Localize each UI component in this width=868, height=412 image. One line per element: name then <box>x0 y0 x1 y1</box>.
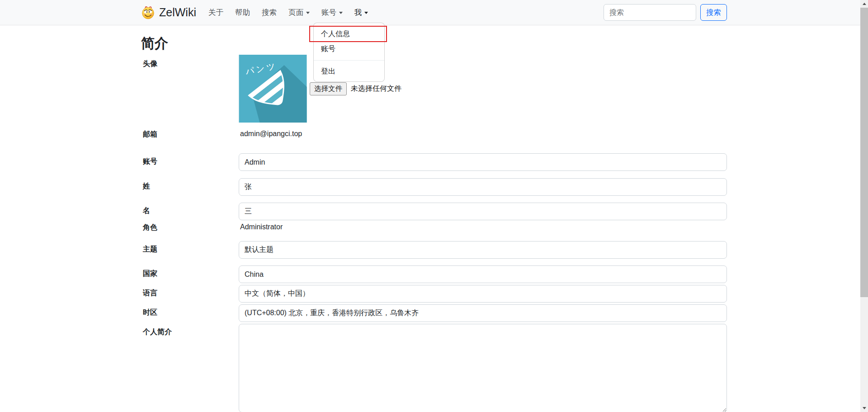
menu-divider <box>314 60 384 61</box>
search-input[interactable] <box>604 4 696 21</box>
lastname-field[interactable] <box>239 178 727 196</box>
nav-item-help[interactable]: 帮助 <box>229 4 256 21</box>
timezone-field[interactable] <box>239 304 727 322</box>
role-value: Administrator <box>239 223 727 231</box>
search-button[interactable]: 搜索 <box>700 4 727 21</box>
avatar-file-input: 选择文件 未选择任何文件 <box>310 82 401 95</box>
field-label-timezone: 时区 <box>141 304 239 322</box>
top-navbar: ZelWiki 关于 帮助 搜索 页面 账号 我 搜索 <box>0 0 868 25</box>
field-label-language: 语言 <box>141 285 239 303</box>
username-field[interactable] <box>239 153 727 171</box>
scroll-down-arrow-icon[interactable] <box>860 404 868 412</box>
field-label-email: 邮箱 <box>141 130 239 139</box>
brand-text: ZelWiki <box>159 6 196 19</box>
email-value: admin@ipangci.top <box>239 130 727 138</box>
field-label-role: 角色 <box>141 223 239 232</box>
bio-textarea[interactable] <box>239 324 727 412</box>
vertical-scrollbar[interactable] <box>860 0 868 412</box>
caret-down-icon <box>306 12 310 14</box>
nav-item-about[interactable]: 关于 <box>203 4 229 21</box>
nav-item-me[interactable]: 我 <box>349 4 374 21</box>
scrollbar-thumb[interactable] <box>860 8 868 297</box>
theme-field[interactable] <box>239 241 727 259</box>
zelwiki-logo-icon <box>141 5 155 19</box>
field-label-country: 国家 <box>141 265 239 283</box>
avatar-image: パンツ <box>239 55 307 124</box>
nav-links: 关于 帮助 搜索 页面 账号 我 <box>203 4 374 21</box>
choose-file-button[interactable]: 选择文件 <box>310 82 347 95</box>
field-label-username: 账号 <box>141 153 239 171</box>
profile-form: 简介 头像 パンツ <box>141 0 727 412</box>
menu-item-account[interactable]: 账号 <box>314 42 384 57</box>
menu-item-logout[interactable]: 登出 <box>314 64 384 79</box>
field-label-lastname: 姓 <box>141 178 239 196</box>
caret-down-icon <box>364 12 368 14</box>
brand-link[interactable]: ZelWiki <box>141 5 196 19</box>
page-title: 简介 <box>141 35 727 52</box>
menu-item-profile[interactable]: 个人信息 <box>314 27 384 42</box>
scroll-up-arrow-icon[interactable] <box>860 0 868 8</box>
user-dropdown-menu: 个人信息 账号 登出 <box>313 23 385 82</box>
nav-item-search[interactable]: 搜索 <box>256 4 283 21</box>
firstname-field[interactable] <box>239 203 727 220</box>
caret-down-icon <box>339 12 343 14</box>
navbar-search: 搜索 <box>604 4 727 21</box>
field-label-theme: 主题 <box>141 241 239 259</box>
field-label-avatar: 头像 <box>141 55 239 124</box>
nav-item-account[interactable]: 账号 <box>316 4 349 21</box>
file-status-text: 未选择任何文件 <box>351 84 401 94</box>
language-field[interactable] <box>239 285 727 303</box>
field-label-firstname: 名 <box>141 203 239 220</box>
field-label-bio: 个人简介 <box>141 324 239 412</box>
country-field[interactable] <box>239 265 727 283</box>
nav-item-pages[interactable]: 页面 <box>283 4 316 21</box>
